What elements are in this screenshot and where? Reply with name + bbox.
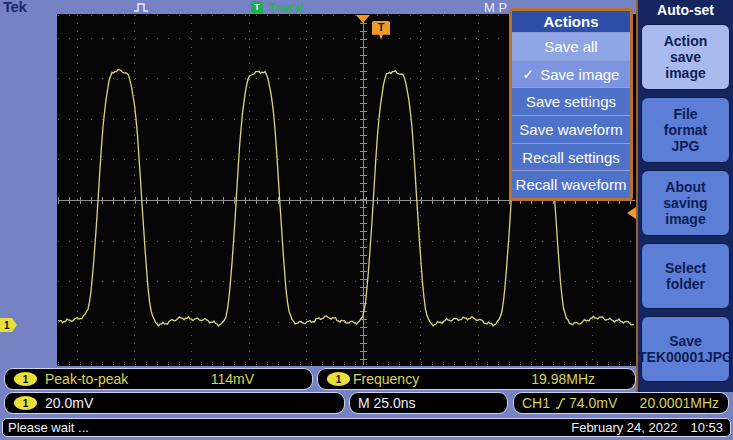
trigger-status: T Trig'd (251, 0, 303, 14)
trigger-status-icon: T (251, 1, 263, 13)
sidebar-title: Auto-set (638, 0, 733, 18)
measurement-name: Peak-to-peak (45, 371, 211, 387)
ch1-scale-value: 20.0mV (45, 395, 93, 411)
softkey-action-save-image[interactable]: Action save image (641, 24, 730, 90)
measurement-value: 19.98MHz (531, 371, 595, 387)
trigger-frequency: 20.0001MHz (640, 395, 719, 411)
menu-item-label: Save waveform (519, 121, 622, 138)
softkey-about-saving-image[interactable]: About saving image (641, 170, 730, 236)
menu-item-recall-settings[interactable]: Recall settings (512, 143, 630, 171)
measurement-frequency: 1 Frequency 19.98MHz (317, 368, 636, 390)
pulse-icon (133, 2, 149, 13)
channel1-ground-marker[interactable]: 1 (0, 318, 17, 332)
measurement-value: 114mV (211, 371, 254, 387)
menu-item-label: Recall settings (522, 149, 620, 166)
channel-badge: 1 (327, 372, 350, 386)
trigger-level-arrow-icon[interactable] (627, 207, 636, 219)
actions-menu: Actions Save all✓Save imageSave settings… (509, 8, 633, 201)
trigger-level: 74.0mV (569, 395, 617, 411)
menu-item-save-all[interactable]: Save all (512, 32, 630, 60)
status-message: Please wait ... (3, 420, 89, 435)
actions-menu-title: Actions (512, 11, 630, 32)
timebase-value: M 25.0ns (358, 395, 416, 411)
check-icon: ✓ (523, 66, 535, 82)
trigger-readout: CH1 74.0mV 20.0001MHz (513, 392, 729, 414)
menu-item-label: Save all (544, 38, 597, 55)
softkey-sidebar: Auto-set Action save imageFile format JP… (636, 0, 733, 392)
ch1-scale-readout: 1 20.0mV (4, 392, 345, 414)
menu-item-save-settings[interactable]: Save settings (512, 87, 630, 115)
channel-badge: 1 (14, 372, 37, 386)
date-label: February 24, 2022 (571, 420, 677, 435)
oscilloscope-screen: Tek T Trig'd M P T 1 Actions Save all✓Sa… (0, 0, 733, 440)
menu-item-label: Save image (540, 66, 619, 83)
horizontal-position-label: M P (484, 0, 507, 15)
menu-item-recall-waveform[interactable]: Recall waveform (512, 170, 630, 198)
softkey-file-format-jpg[interactable]: File format JPG (641, 97, 730, 163)
actions-menu-items: Save all✓Save imageSave settingsSave wav… (512, 32, 630, 198)
softkey-select-folder[interactable]: Select folder (641, 243, 730, 309)
menu-item-label: Recall waveform (516, 176, 627, 193)
measurement-name: Frequency (353, 371, 531, 387)
menu-item-label: Save settings (526, 93, 616, 110)
menu-item-save-image[interactable]: ✓Save image (512, 60, 630, 88)
measurement-peak-to-peak: 1 Peak-to-peak 114mV (4, 368, 313, 390)
menu-item-save-waveform[interactable]: Save waveform (512, 115, 630, 143)
status-footer: Please wait ... February 24, 2022 10:53 (2, 418, 731, 437)
rising-edge-icon (555, 397, 566, 410)
trigger-position-arrow-icon[interactable] (356, 15, 370, 23)
trigger-source: CH1 (522, 395, 550, 411)
tek-logo: Tek (3, 0, 26, 15)
softkey-save-tek00001jpg[interactable]: Save TEK00001JPG (641, 316, 730, 382)
trigger-status-label: Trig'd (268, 0, 303, 15)
time-label: 10:53 (690, 420, 723, 435)
channel-badge: 1 (14, 396, 37, 410)
timebase-readout: M 25.0ns (349, 392, 508, 414)
